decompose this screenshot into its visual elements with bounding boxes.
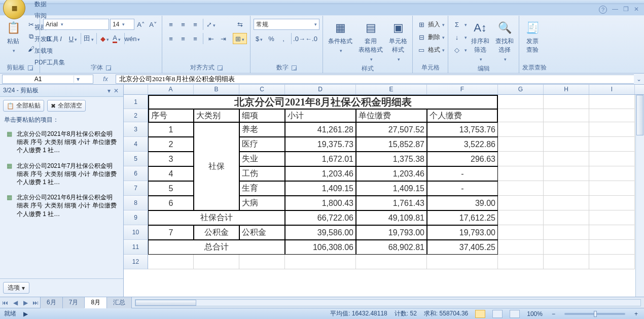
cell[interactable] xyxy=(589,122,635,137)
cell[interactable] xyxy=(498,109,544,122)
cell[interactable]: 生育 xyxy=(239,181,285,196)
cell[interactable]: 66,722.06 xyxy=(285,210,356,225)
cell[interactable] xyxy=(194,122,239,137)
row-header[interactable]: 1 xyxy=(124,95,148,109)
cell[interactable]: 总合计 xyxy=(148,240,285,255)
cell[interactable] xyxy=(589,95,635,109)
row-header[interactable]: 7 xyxy=(124,181,148,196)
close-icon[interactable]: ✕ xyxy=(634,6,639,14)
cell[interactable] xyxy=(589,166,635,181)
sheet-tab[interactable]: 6月 xyxy=(40,297,63,308)
cell[interactable] xyxy=(544,255,589,269)
view-page-break-button[interactable] xyxy=(510,310,520,318)
accounting-button[interactable]: $ xyxy=(254,33,265,44)
merge-center-button[interactable]: ⊞ xyxy=(233,33,247,44)
zoom-knob[interactable] xyxy=(594,311,597,317)
cell[interactable] xyxy=(589,152,635,166)
cell[interactable]: 社保合计 xyxy=(148,210,285,225)
clear-all-button[interactable]: ✖全部清空 xyxy=(47,100,86,112)
vertical-scrollbar[interactable] xyxy=(635,95,644,297)
clipboard-launcher-icon[interactable] xyxy=(28,65,33,70)
cell[interactable]: 大类别 xyxy=(194,109,239,122)
cell[interactable] xyxy=(148,255,194,269)
italic-button[interactable]: I xyxy=(55,33,66,44)
cell[interactable] xyxy=(589,181,635,196)
cell[interactable]: 5 xyxy=(148,181,194,196)
cell[interactable]: 1 xyxy=(148,122,194,137)
font-color-button[interactable]: A xyxy=(111,33,122,44)
cell[interactable] xyxy=(194,137,239,152)
cell[interactable]: - xyxy=(427,181,498,196)
conditional-format-button[interactable]: ▦条件格式 xyxy=(326,19,354,55)
cell[interactable] xyxy=(498,181,544,196)
row-header[interactable]: 5 xyxy=(124,152,148,166)
autosum-button[interactable]: Σ xyxy=(451,19,467,30)
comma-button[interactable]: , xyxy=(278,33,289,44)
cell[interactable]: 4 xyxy=(148,166,194,181)
sheet-tab[interactable]: 7月 xyxy=(62,297,85,308)
column-header[interactable]: B xyxy=(194,85,239,94)
cell-styles-button[interactable]: ▣单元格 样式 xyxy=(387,19,409,63)
clipboard-item[interactable]: ▦北京分公司2021年7月社保公积金明细表 序号 大类别 细项 小计 单位缴费 … xyxy=(2,158,121,190)
column-header[interactable]: A xyxy=(148,85,194,94)
zoom-value[interactable]: 100% xyxy=(527,310,543,317)
zoom-slider[interactable] xyxy=(564,313,625,315)
column-header[interactable]: C xyxy=(239,85,285,94)
name-box-input[interactable] xyxy=(3,76,74,83)
clipboard-pane-close-icon[interactable]: ✕ xyxy=(112,87,120,94)
cell[interactable] xyxy=(498,152,544,166)
increase-indent-button[interactable]: ⇥ xyxy=(218,33,229,44)
cell[interactable]: 医疗 xyxy=(239,137,285,152)
cut-button[interactable]: ✂ xyxy=(25,19,37,30)
cell[interactable]: 失业 xyxy=(239,152,285,166)
cell[interactable]: 工伤 xyxy=(239,166,285,181)
format-as-table-button[interactable]: ▤套用 表格格式 xyxy=(356,19,385,63)
cell[interactable]: 北京分公司2021年8月社保公积金明细表 xyxy=(148,95,498,109)
cell[interactable]: 41,261.28 xyxy=(285,122,356,137)
name-box-dropdown-icon[interactable]: ▾ xyxy=(74,76,82,83)
invoice-check-button[interactable]: 🧾发票 查验 xyxy=(522,19,543,55)
cell[interactable]: 养老 xyxy=(239,122,285,137)
copy-button[interactable]: ⧉ xyxy=(25,31,37,42)
select-all-corner[interactable] xyxy=(124,85,148,94)
cell[interactable] xyxy=(589,210,635,225)
number-format-select[interactable]: 常规▾ xyxy=(254,19,319,30)
cell[interactable]: 19,793.00 xyxy=(356,225,427,240)
decrease-font-button[interactable]: A˅ xyxy=(148,19,159,30)
font-name-select[interactable]: Arial▾ xyxy=(43,19,109,30)
cell[interactable]: 个人缴费 xyxy=(427,109,498,122)
cell[interactable] xyxy=(498,210,544,225)
app-button[interactable]: ▦ xyxy=(0,4,28,15)
format-painter-button[interactable]: 🖌 xyxy=(25,43,37,54)
cell[interactable] xyxy=(544,240,589,255)
wrap-text-button[interactable]: ⇆ xyxy=(233,19,247,30)
sheet-nav-first-icon[interactable]: ⏮ xyxy=(0,299,10,306)
row-header[interactable]: 10 xyxy=(124,225,148,240)
column-header[interactable]: F xyxy=(427,85,498,94)
decrease-indent-button[interactable]: ⇤ xyxy=(205,33,217,44)
orientation-button[interactable]: ⤢ xyxy=(205,19,217,30)
find-select-button[interactable]: 🔍查找和 选择 xyxy=(493,19,516,63)
cell[interactable] xyxy=(498,255,544,269)
cell[interactable] xyxy=(589,225,635,240)
cell[interactable] xyxy=(589,255,635,269)
vscroll-thumb[interactable] xyxy=(636,95,643,135)
cell[interactable]: 106,308.06 xyxy=(285,240,356,255)
align-left-button[interactable]: ≡ xyxy=(165,33,176,44)
align-middle-button[interactable]: ≡ xyxy=(177,19,189,30)
cell[interactable]: 27,507.52 xyxy=(356,122,427,137)
cell[interactable]: 1,409.15 xyxy=(356,181,427,196)
column-header[interactable]: I xyxy=(589,85,635,94)
cell[interactable] xyxy=(544,137,589,152)
align-bottom-button[interactable]: ≡ xyxy=(190,19,201,30)
cell[interactable]: 7 xyxy=(148,225,194,240)
row-header[interactable]: 6 xyxy=(124,166,148,181)
cell[interactable]: 49,109.81 xyxy=(356,210,427,225)
phonetic-button[interactable]: wén xyxy=(127,33,138,44)
cell[interactable] xyxy=(498,166,544,181)
fill-color-button[interactable]: ◆ xyxy=(99,33,110,44)
cell[interactable] xyxy=(589,109,635,122)
cell[interactable]: 公积金 xyxy=(194,225,239,240)
cell[interactable]: 3 xyxy=(148,152,194,166)
underline-button[interactable]: U xyxy=(67,33,79,44)
